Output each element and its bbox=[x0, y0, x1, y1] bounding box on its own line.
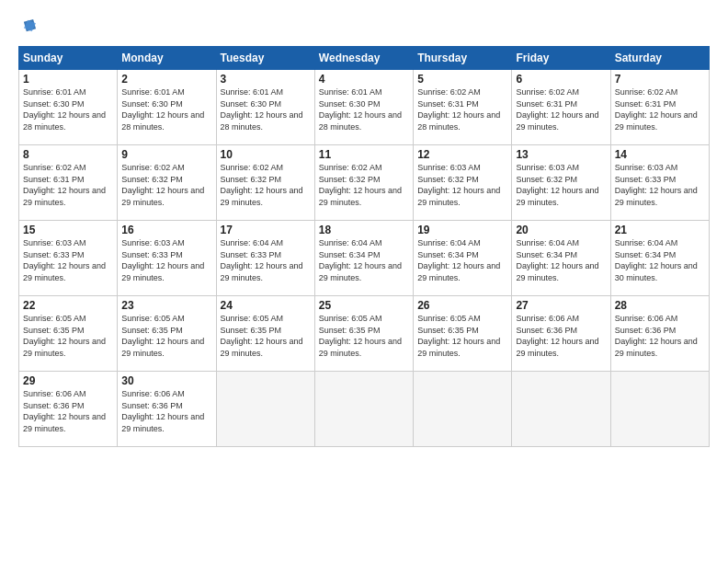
day-number: 26 bbox=[417, 299, 507, 312]
day-number: 10 bbox=[221, 148, 311, 161]
calendar-week-row: 8Sunrise: 6:02 AMSunset: 6:31 PMDaylight… bbox=[19, 145, 710, 221]
day-number: 22 bbox=[23, 299, 113, 312]
day-info: Sunrise: 6:04 AMSunset: 6:34 PMDaylight:… bbox=[319, 237, 409, 283]
day-number: 30 bbox=[121, 374, 211, 387]
logo bbox=[18, 17, 40, 37]
day-info: Sunrise: 6:03 AMSunset: 6:32 PMDaylight:… bbox=[417, 162, 507, 208]
calendar-header-friday: Friday bbox=[512, 47, 610, 70]
calendar-header-row: SundayMondayTuesdayWednesdayThursdayFrid… bbox=[19, 47, 710, 70]
calendar-week-row: 29Sunrise: 6:06 AMSunset: 6:36 PMDayligh… bbox=[19, 372, 710, 447]
table-row: 3Sunrise: 6:01 AMSunset: 6:30 PMDaylight… bbox=[216, 70, 314, 145]
table-row: 28Sunrise: 6:06 AMSunset: 6:36 PMDayligh… bbox=[610, 296, 709, 372]
day-number: 4 bbox=[319, 73, 409, 86]
table-row: 9Sunrise: 6:02 AMSunset: 6:32 PMDaylight… bbox=[118, 145, 216, 221]
table-row: 7Sunrise: 6:02 AMSunset: 6:31 PMDaylight… bbox=[610, 70, 709, 145]
day-info: Sunrise: 6:05 AMSunset: 6:35 PMDaylight:… bbox=[319, 313, 409, 359]
day-info: Sunrise: 6:02 AMSunset: 6:31 PMDaylight:… bbox=[417, 86, 507, 132]
table-row: 25Sunrise: 6:05 AMSunset: 6:35 PMDayligh… bbox=[314, 296, 413, 372]
calendar-week-row: 22Sunrise: 6:05 AMSunset: 6:35 PMDayligh… bbox=[19, 296, 710, 372]
table-row: 27Sunrise: 6:06 AMSunset: 6:36 PMDayligh… bbox=[512, 296, 610, 372]
day-info: Sunrise: 6:05 AMSunset: 6:35 PMDaylight:… bbox=[23, 313, 113, 359]
day-number: 9 bbox=[121, 148, 211, 161]
table-row: 5Sunrise: 6:02 AMSunset: 6:31 PMDaylight… bbox=[414, 70, 512, 145]
day-info: Sunrise: 6:05 AMSunset: 6:35 PMDaylight:… bbox=[417, 313, 507, 359]
table-row: 8Sunrise: 6:02 AMSunset: 6:31 PMDaylight… bbox=[19, 145, 118, 221]
calendar-header-saturday: Saturday bbox=[610, 47, 709, 70]
day-number: 6 bbox=[516, 73, 606, 86]
day-number: 23 bbox=[121, 299, 211, 312]
table-row: 11Sunrise: 6:02 AMSunset: 6:32 PMDayligh… bbox=[314, 145, 413, 221]
day-number: 25 bbox=[319, 299, 409, 312]
table-row: 4Sunrise: 6:01 AMSunset: 6:30 PMDaylight… bbox=[314, 70, 413, 145]
table-row: 12Sunrise: 6:03 AMSunset: 6:32 PMDayligh… bbox=[414, 145, 512, 221]
day-number: 29 bbox=[23, 374, 113, 387]
table-row: 13Sunrise: 6:03 AMSunset: 6:32 PMDayligh… bbox=[512, 145, 610, 221]
table-row bbox=[216, 372, 314, 447]
day-number: 11 bbox=[319, 148, 409, 161]
day-info: Sunrise: 6:04 AMSunset: 6:33 PMDaylight:… bbox=[221, 237, 311, 283]
calendar-page: SundayMondayTuesdayWednesdayThursdayFrid… bbox=[0, 0, 728, 563]
day-info: Sunrise: 6:04 AMSunset: 6:34 PMDaylight:… bbox=[615, 237, 705, 283]
day-number: 28 bbox=[615, 299, 705, 312]
calendar-table: SundayMondayTuesdayWednesdayThursdayFrid… bbox=[18, 46, 710, 447]
calendar-header-wednesday: Wednesday bbox=[314, 47, 413, 70]
day-number: 19 bbox=[417, 224, 507, 236]
table-row: 10Sunrise: 6:02 AMSunset: 6:32 PMDayligh… bbox=[216, 145, 314, 221]
day-number: 24 bbox=[221, 299, 311, 312]
table-row: 6Sunrise: 6:02 AMSunset: 6:31 PMDaylight… bbox=[512, 70, 610, 145]
day-number: 15 bbox=[23, 224, 113, 236]
day-number: 1 bbox=[23, 73, 113, 86]
table-row bbox=[314, 372, 413, 447]
day-info: Sunrise: 6:02 AMSunset: 6:31 PMDaylight:… bbox=[23, 162, 113, 208]
table-row: 22Sunrise: 6:05 AMSunset: 6:35 PMDayligh… bbox=[19, 296, 118, 372]
table-row: 14Sunrise: 6:03 AMSunset: 6:33 PMDayligh… bbox=[610, 145, 709, 221]
calendar-week-row: 1Sunrise: 6:01 AMSunset: 6:30 PMDaylight… bbox=[19, 70, 710, 145]
day-info: Sunrise: 6:01 AMSunset: 6:30 PMDaylight:… bbox=[319, 86, 409, 132]
table-row bbox=[512, 372, 610, 447]
day-info: Sunrise: 6:02 AMSunset: 6:32 PMDaylight:… bbox=[121, 162, 211, 208]
day-info: Sunrise: 6:02 AMSunset: 6:31 PMDaylight:… bbox=[615, 86, 705, 132]
calendar-header-monday: Monday bbox=[118, 47, 216, 70]
calendar-header-sunday: Sunday bbox=[19, 47, 118, 70]
table-row: 1Sunrise: 6:01 AMSunset: 6:30 PMDaylight… bbox=[19, 70, 118, 145]
day-number: 16 bbox=[121, 224, 211, 236]
day-info: Sunrise: 6:06 AMSunset: 6:36 PMDaylight:… bbox=[121, 388, 211, 434]
table-row: 29Sunrise: 6:06 AMSunset: 6:36 PMDayligh… bbox=[19, 372, 118, 447]
day-number: 13 bbox=[516, 148, 606, 161]
table-row: 24Sunrise: 6:05 AMSunset: 6:35 PMDayligh… bbox=[216, 296, 314, 372]
day-number: 8 bbox=[23, 148, 113, 161]
day-info: Sunrise: 6:02 AMSunset: 6:32 PMDaylight:… bbox=[221, 162, 311, 208]
day-number: 27 bbox=[516, 299, 606, 312]
day-number: 20 bbox=[516, 224, 606, 236]
calendar-header-tuesday: Tuesday bbox=[216, 47, 314, 70]
day-number: 2 bbox=[121, 73, 211, 86]
day-info: Sunrise: 6:03 AMSunset: 6:33 PMDaylight:… bbox=[615, 162, 705, 208]
table-row bbox=[414, 372, 512, 447]
logo-icon bbox=[18, 17, 39, 37]
day-number: 21 bbox=[615, 224, 705, 236]
day-info: Sunrise: 6:02 AMSunset: 6:32 PMDaylight:… bbox=[319, 162, 409, 208]
table-row: 23Sunrise: 6:05 AMSunset: 6:35 PMDayligh… bbox=[118, 296, 216, 372]
calendar-week-row: 15Sunrise: 6:03 AMSunset: 6:33 PMDayligh… bbox=[19, 221, 710, 296]
day-info: Sunrise: 6:01 AMSunset: 6:30 PMDaylight:… bbox=[121, 86, 211, 132]
day-info: Sunrise: 6:06 AMSunset: 6:36 PMDaylight:… bbox=[23, 388, 113, 434]
day-info: Sunrise: 6:06 AMSunset: 6:36 PMDaylight:… bbox=[615, 313, 705, 359]
day-info: Sunrise: 6:01 AMSunset: 6:30 PMDaylight:… bbox=[221, 86, 311, 132]
table-row: 2Sunrise: 6:01 AMSunset: 6:30 PMDaylight… bbox=[118, 70, 216, 145]
day-info: Sunrise: 6:04 AMSunset: 6:34 PMDaylight:… bbox=[417, 237, 507, 283]
table-row: 26Sunrise: 6:05 AMSunset: 6:35 PMDayligh… bbox=[414, 296, 512, 372]
table-row: 19Sunrise: 6:04 AMSunset: 6:34 PMDayligh… bbox=[414, 221, 512, 296]
day-info: Sunrise: 6:03 AMSunset: 6:32 PMDaylight:… bbox=[516, 162, 606, 208]
day-info: Sunrise: 6:05 AMSunset: 6:35 PMDaylight:… bbox=[221, 313, 311, 359]
table-row: 30Sunrise: 6:06 AMSunset: 6:36 PMDayligh… bbox=[118, 372, 216, 447]
day-info: Sunrise: 6:06 AMSunset: 6:36 PMDaylight:… bbox=[516, 313, 606, 359]
day-info: Sunrise: 6:01 AMSunset: 6:30 PMDaylight:… bbox=[23, 86, 113, 132]
table-row bbox=[610, 372, 709, 447]
day-number: 3 bbox=[221, 73, 311, 86]
day-info: Sunrise: 6:02 AMSunset: 6:31 PMDaylight:… bbox=[516, 86, 606, 132]
day-info: Sunrise: 6:03 AMSunset: 6:33 PMDaylight:… bbox=[23, 237, 113, 283]
table-row: 17Sunrise: 6:04 AMSunset: 6:33 PMDayligh… bbox=[216, 221, 314, 296]
calendar-header-thursday: Thursday bbox=[414, 47, 512, 70]
day-info: Sunrise: 6:05 AMSunset: 6:35 PMDaylight:… bbox=[121, 313, 211, 359]
day-number: 12 bbox=[417, 148, 507, 161]
